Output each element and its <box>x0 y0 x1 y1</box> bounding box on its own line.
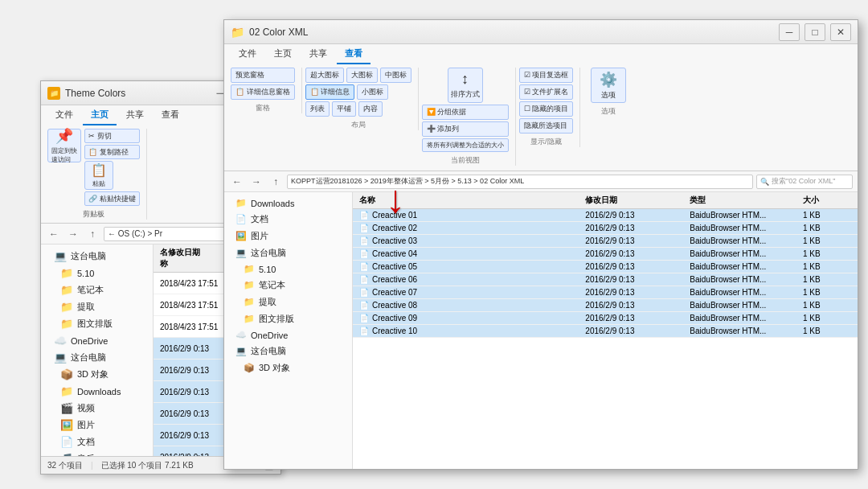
sort-group-label: 当前视图 <box>422 155 509 166</box>
front-window-body: 📁 Downloads 📄 文档 🖼️ 图片 💻 这台电脑 📁 5.10 📁 <box>224 192 858 469</box>
front-sidebar-notebook[interactable]: 📁 笔记本 <box>224 277 352 294</box>
tab-home-back[interactable]: 主页 <box>83 105 117 125</box>
back-nav-up[interactable]: ↑ <box>84 226 100 242</box>
preview-pane-group: 预览窗格 📋 详细信息窗格 窗格 <box>231 68 302 113</box>
copy-button[interactable]: ✂ 剪切 <box>84 129 140 143</box>
pane-group-label: 窗格 <box>231 103 295 113</box>
front-sidebar-this-pc[interactable]: 💻 这台电脑 <box>224 244 352 261</box>
sidebar-item-layout[interactable]: 📁 图文排版 <box>41 315 153 332</box>
onedrive-icon: ☁️ <box>54 335 67 347</box>
selected-count: 已选择 10 个项目 7.21 KB <box>101 460 194 471</box>
rf-tab-view[interactable]: 查看 <box>337 44 371 64</box>
front-sidebar-layout[interactable]: 📁 图文排版 <box>224 310 352 327</box>
sidebar-item-onedrive[interactable]: ☁️ OneDrive <box>41 332 153 349</box>
front-sidebar-docs[interactable]: 📄 文档 <box>224 211 352 228</box>
sidebar-item-music[interactable]: 🎵 音乐 <box>41 450 153 456</box>
paste-shortcut-button[interactable]: 🔗 粘贴快捷键 <box>84 191 140 206</box>
front-file-row[interactable]: 📄Creactive 05 2016/2/9 0:13 BaiduBrowser… <box>353 261 858 273</box>
rf-tab-share[interactable]: 共享 <box>301 44 335 64</box>
sidebar-item-extract[interactable]: 📁 提取 <box>41 298 153 315</box>
front-file-row[interactable]: 📄Creactive 04 2016/2/9 0:13 BaiduBrowser… <box>353 248 858 261</box>
sidebar-item-video[interactable]: 🎬 视频 <box>41 400 153 417</box>
hidden-items-button[interactable]: ☐ 隐藏的项目 <box>519 101 574 117</box>
sidebar-item-downloads[interactable]: 📁 Downloads <box>41 383 153 400</box>
sort-button[interactable]: ↕ 排序方式 <box>448 68 483 103</box>
mid-icon-button[interactable]: 中图标 <box>380 68 411 83</box>
folder-icon: 📁 <box>244 264 255 274</box>
sidebar-item-510[interactable]: 📁 5.10 <box>41 265 153 281</box>
extra-large-icon-button[interactable]: 超大图标 <box>305 68 344 83</box>
layout-group: 超大图标 大图标 中图标 📋 详细信息 小图标 列表 平铺 内容 布局 <box>305 68 419 130</box>
copy-path-button[interactable]: 📋 复制路径 <box>84 145 140 159</box>
front-file-row[interactable]: 📄Creactive 03 2016/2/9 0:13 BaiduBrowser… <box>353 235 858 248</box>
rf-tab-home[interactable]: 主页 <box>266 44 300 64</box>
tab-file-back[interactable]: 文件 <box>47 105 81 125</box>
small-icon-button[interactable]: 小图标 <box>357 84 388 100</box>
group-by-button[interactable]: 🔽 分组依据 <box>422 105 509 120</box>
folder-icon: 📦 <box>244 363 255 373</box>
adjust-col-button[interactable]: 将所有列调整为合适的大小 <box>422 138 509 152</box>
front-file-row[interactable]: 📄Creactive 10 2016/2/9 0:13 BaiduBrowser… <box>353 325 858 338</box>
folder-icon: 📦 <box>60 368 73 380</box>
options-button[interactable]: ⚙️ 选项 <box>591 68 626 103</box>
html-file-icon: 📄 <box>359 262 369 271</box>
front-sidebar-onedrive[interactable]: ☁️ OneDrive <box>224 327 352 343</box>
front-maximize-button[interactable]: □ <box>805 23 825 41</box>
list-button[interactable]: 列表 <box>305 101 330 117</box>
extensions-button[interactable]: ☑ 文件扩展名 <box>519 84 574 100</box>
tile-button[interactable]: 平铺 <box>332 101 356 117</box>
front-sidebar-3d[interactable]: 📦 3D 对象 <box>224 360 352 376</box>
pin-button[interactable]: 📌 固定到快速访问 <box>47 129 81 162</box>
add-col-button[interactable]: ➕ 添加列 <box>422 121 509 137</box>
front-sidebar-downloads[interactable]: 📁 Downloads <box>224 195 352 211</box>
front-file-row[interactable]: 📄Creactive 09 2016/2/9 0:13 BaiduBrowser… <box>353 312 858 325</box>
search-placeholder: 搜索"02 Color XML" <box>772 176 835 187</box>
front-window-titlebar: 📁 02 Color XML ─ □ ✕ <box>224 20 858 44</box>
clipboard-group: 📌 固定到快速访问 ✂ 剪切 📋 复制路径 📋 粘贴 🔗 粘贴快捷键 剪贴板 <box>47 129 147 220</box>
tab-view-back[interactable]: 查看 <box>154 105 187 125</box>
front-sidebar-510[interactable]: 📁 5.10 <box>224 261 352 277</box>
sidebar-item-this-pc[interactable]: 💻 这台电脑 <box>41 248 153 265</box>
sidebar-item-this-pc2[interactable]: 💻 这台电脑 <box>41 349 153 366</box>
sidebar-item-docs[interactable]: 📄 文档 <box>41 434 153 450</box>
front-sidebar-pics[interactable]: 🖼️ 图片 <box>224 228 352 244</box>
details-pane-button[interactable]: 📋 详细信息窗格 <box>231 84 295 100</box>
front-sidebar-extract[interactable]: 📁 提取 <box>224 294 352 310</box>
back-nav-back[interactable]: ← <box>46 226 62 242</box>
back-window-icon: 📁 <box>47 87 60 100</box>
paste-button[interactable]: 📋 粘贴 <box>84 161 113 190</box>
this-pc-icon: 💻 <box>235 346 247 356</box>
front-file-row[interactable]: 📄Creactive 06 2016/2/9 0:13 BaiduBrowser… <box>353 273 858 286</box>
large-icon-button[interactable]: 大图标 <box>346 68 378 83</box>
options-label: 选项 <box>583 106 633 117</box>
front-nav-up[interactable]: ↑ <box>268 174 284 190</box>
sidebar-item-pics[interactable]: 🖼️ 图片 <box>41 417 153 434</box>
sidebar-item-notebook[interactable]: 📁 笔记本 <box>41 281 153 298</box>
checkbox-button[interactable]: ☑ 项目复选框 <box>519 68 574 83</box>
front-nav-back[interactable]: ← <box>229 174 245 190</box>
html-file-icon: 📄 <box>359 211 369 220</box>
front-nav-forward[interactable]: → <box>248 174 264 190</box>
front-file-row[interactable]: 📄Creactive 08 2016/2/9 0:13 BaiduBrowser… <box>353 299 858 312</box>
folder-icon: 📁 <box>244 280 255 290</box>
tab-share-back[interactable]: 共享 <box>118 105 152 125</box>
front-minimize-button[interactable]: ─ <box>779 23 800 41</box>
front-sidebar-this-pc2[interactable]: 💻 这台电脑 <box>224 343 352 360</box>
front-close-button[interactable]: ✕ <box>830 23 851 41</box>
sidebar-item-3d[interactable]: 📦 3D 对象 <box>41 366 153 383</box>
back-nav-forward[interactable]: → <box>65 226 81 242</box>
rf-tab-file[interactable]: 文件 <box>231 44 264 64</box>
folder-icon: 📁 <box>60 318 73 330</box>
back-tree-sidebar: 💻 这台电脑 📁 5.10 📁 笔记本 📁 提取 📁 图文排版 ☁️ On <box>41 244 154 456</box>
front-file-row[interactable]: 📄Creactive 07 2016/2/9 0:13 BaiduBrowser… <box>353 286 858 299</box>
details-button[interactable]: 📋 详细信息 <box>305 84 355 100</box>
front-file-row[interactable]: 📄Creactive 01 2016/2/9 0:13 BaiduBrowser… <box>353 209 858 222</box>
show-hide-label: 显示/隐藏 <box>519 137 574 147</box>
html-file-icon: 📄 <box>359 275 369 284</box>
hide-selected-button[interactable]: 隐藏所选项目 <box>519 118 574 134</box>
preview-pane-button[interactable]: 预览窗格 <box>231 68 295 83</box>
content-button[interactable]: 内容 <box>358 101 383 117</box>
front-address-path[interactable]: KOPPT运营20181026 > 2019年整体运营 > 5月份 > 5.13… <box>287 175 753 189</box>
front-file-row[interactable]: 📄Creactive 02 2016/2/9 0:13 BaiduBrowser… <box>353 222 858 235</box>
front-search-box[interactable]: 🔍 搜索"02 Color XML" <box>756 175 853 189</box>
